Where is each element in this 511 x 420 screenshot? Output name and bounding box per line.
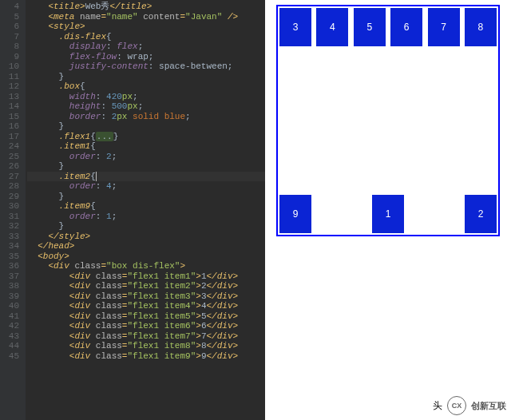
flex-item: 1 [372,195,404,233]
code-line[interactable]: .flex1{...} [27,132,265,142]
code-line[interactable]: <div class="flex1 item1">1</div> [27,271,265,282]
code-line[interactable]: } [27,121,265,132]
code-line[interactable]: <body> [27,252,265,262]
code-line[interactable]: <div class="flex1 item2">2</div> [27,281,265,291]
code-line[interactable]: .item2{ [27,172,265,182]
code-line[interactable]: display: flex; [27,42,265,52]
flex-container: 123456789 [276,5,500,236]
watermark-left: 头 [433,399,442,413]
flex-item: 4 [316,8,348,46]
flex-item: 7 [428,8,460,46]
watermark: 头 CX 创新互联 [433,396,506,415]
code-line[interactable]: <div class="flex1 item6">6</div> [27,321,265,331]
code-line[interactable]: <div class="flex1 item4">4</div> [27,301,265,311]
code-line[interactable]: .item1{ [27,141,265,152]
code-line[interactable]: </style> [27,232,265,242]
flex-item: 8 [465,8,497,46]
code-line[interactable]: order: 2; [27,152,265,162]
code-line[interactable]: order: 4; [27,181,265,192]
code-area[interactable]: <title>Web秀</title> <meta name="name" co… [26,0,265,420]
code-line[interactable]: } [27,72,265,82]
code-line[interactable]: } [27,192,265,202]
code-line[interactable]: justify-content: space-between; [27,61,265,72]
code-line[interactable]: <div class="flex1 item3">3</div> [27,291,265,302]
code-line[interactable]: <title>Web秀</title> [27,2,265,12]
flex-item: 6 [390,8,422,46]
code-line[interactable]: <div class="flex1 item5">5</div> [27,311,265,322]
code-line[interactable]: } [27,221,265,232]
watermark-logo-icon: CX [447,396,466,415]
code-line[interactable]: <div class="flex1 item8">8</div> [27,341,265,351]
code-line[interactable]: <style> [27,22,265,32]
flex-item: 2 [465,195,497,233]
code-line[interactable]: width: 420px; [27,92,265,102]
code-line[interactable]: .box{ [27,81,265,92]
code-line[interactable]: <div class="flex1 item9">9</div> [27,351,265,362]
code-line[interactable]: border: 2px solid blue; [27,112,265,122]
code-line[interactable]: <div class="flex1 item7">7</div> [27,331,265,342]
code-line[interactable]: .dis-flex{ [27,32,265,42]
watermark-right: 创新互联 [471,400,506,412]
code-line[interactable]: height: 500px; [27,101,265,112]
code-line[interactable]: <meta name="name" content="Javan" /> [27,12,265,22]
browser-preview: 123456789 头 CX 创新互联 [265,0,511,420]
flex-item: 9 [279,195,311,233]
code-editor[interactable]: 4567891011121314151617242526272829303132… [0,0,265,420]
code-line[interactable]: order: 1; [27,212,265,222]
flex-item: 3 [279,8,311,46]
code-line[interactable]: } [27,161,265,172]
code-line[interactable]: flex-flow: wrap; [27,52,265,62]
code-line[interactable]: <div class="box dis-flex"> [27,261,265,271]
code-line[interactable]: .item9{ [27,201,265,212]
flex-item: 5 [354,8,386,46]
code-line[interactable]: </head> [27,241,265,252]
line-gutter: 4567891011121314151617242526272829303132… [0,0,26,420]
